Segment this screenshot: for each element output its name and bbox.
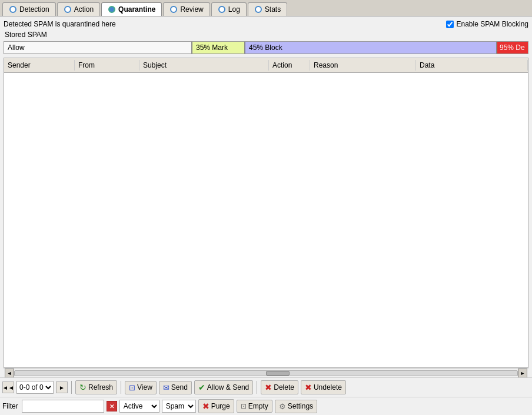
undelete-label: Undelete [314,383,342,391]
detection-tab-icon [9,5,17,14]
empty-label: Empty [248,402,268,410]
scale-mark-label: 35% Mark [196,43,228,52]
delete-label: Delete [274,383,294,391]
scale-block: 45% Block [245,42,497,53]
view-icon: ⊡ [129,383,135,392]
type-filter-dropdown[interactable]: Spam Ham All [162,400,196,413]
tab-review-label: Review [180,5,203,14]
horizontal-scrollbar[interactable]: ◄ ► [4,368,528,377]
scale-allow-label: Allow [8,43,25,52]
enable-spam-control: Enable SPAM Blocking [446,20,528,28]
send-icon: ✉ [163,383,169,392]
quarantine-tab-icon [108,5,116,14]
allow-send-label: Allow & Send [207,383,249,391]
table-body [4,73,528,367]
delete-icon: ✖ [265,383,272,392]
allow-send-button[interactable]: ✔ Allow & Send [194,380,253,394]
scale-delete-label: 95% De [500,43,525,52]
review-tab-icon [169,5,178,14]
scrollbar-thumb[interactable] [266,371,290,376]
scale-mark: 35% Mark [192,42,245,53]
tab-bar: Detection Action Quarantine Review Log S… [0,0,532,16]
tab-detection-label: Detection [19,5,49,14]
empty-button[interactable]: ⊡ Empty [237,400,272,413]
tab-log[interactable]: Log [211,2,247,16]
separator-1 [71,381,72,394]
tab-log-label: Log [228,5,240,14]
scroll-right-button[interactable]: ► [518,369,527,378]
purge-label: Purge [211,402,230,410]
tab-quarantine[interactable]: Quarantine [101,2,162,16]
nav-next-button[interactable]: ► [56,381,68,393]
filter-input[interactable] [22,400,104,413]
col-header-subject[interactable]: Subject [139,60,269,71]
scrollbar-track[interactable] [14,370,518,376]
col-header-from[interactable]: From [75,60,139,71]
tab-stats[interactable]: Stats [248,2,287,16]
enable-spam-label: Enable SPAM Blocking [456,20,528,28]
main-content: Detected SPAM is quarantined here Enable… [0,16,532,377]
settings-button[interactable]: ⚙ Settings [275,400,317,413]
log-tab-icon [218,5,226,14]
stats-tab-icon [254,5,262,14]
separator-2 [121,381,121,394]
settings-label: Settings [288,402,313,410]
refresh-button[interactable]: ↻ Refresh [75,380,117,394]
empty-icon: ⊡ [241,402,247,410]
tab-action-label: Action [74,5,94,14]
delete-button[interactable]: ✖ Delete [261,380,298,394]
scale-delete: 95% De [497,42,528,53]
tab-quarantine-label: Quarantine [118,5,155,14]
purge-icon: ✖ [202,401,210,411]
separator-3 [257,381,257,394]
tab-review[interactable]: Review [163,2,210,16]
send-button[interactable]: ✉ Send [159,381,192,394]
nav-select[interactable]: 0-0 of 0 [16,381,54,394]
stored-spam-label: Stored SPAM [4,31,528,39]
toolbar: ◄◄ 0-0 of 0 ► ↻ Refresh ⊡ View ✉ Send ✔ … [0,377,532,397]
settings-icon: ⚙ [279,402,286,411]
col-header-sender[interactable]: Sender [4,60,75,71]
purge-button[interactable]: ✖ Purge [198,399,234,413]
send-label: Send [171,383,188,391]
view-button[interactable]: ⊡ View [125,381,157,394]
col-header-action[interactable]: Action [269,60,310,71]
detected-spam-text: Detected SPAM is quarantined here [4,20,116,28]
filter-clear-button[interactable]: ✕ [107,401,117,411]
tab-stats-label: Stats [265,5,281,14]
spam-scale: Allow 35% Mark 45% Block 95% De [4,41,528,54]
table-container: Sender From Subject Action Reason Data [4,58,528,368]
tab-detection[interactable]: Detection [2,2,56,16]
info-row: Detected SPAM is quarantined here Enable… [4,20,528,28]
table-header: Sender From Subject Action Reason Data [4,58,528,73]
active-filter-dropdown[interactable]: Active Inactive All [119,400,159,413]
action-tab-icon [64,5,72,14]
filter-label: Filter [2,402,18,410]
scale-allow: Allow [4,42,192,53]
scale-block-label: 45% Block [249,43,282,52]
undelete-button[interactable]: ✖ Undelete [301,380,346,394]
allow-send-icon: ✔ [198,383,205,392]
col-header-reason[interactable]: Reason [310,60,416,71]
undelete-icon: ✖ [305,383,312,392]
nav-dropdown[interactable]: 0-0 of 0 [16,381,54,394]
view-label: View [137,383,152,391]
nav-first-button[interactable]: ◄◄ [2,381,14,393]
enable-spam-checkbox[interactable] [446,21,454,28]
refresh-label: Refresh [88,383,113,391]
col-header-data[interactable]: Data [416,60,528,71]
scroll-left-button[interactable]: ◄ [5,369,14,378]
tab-action[interactable]: Action [57,2,100,16]
refresh-icon: ↻ [79,383,87,392]
filter-row: Filter ✕ Active Inactive All Spam Ham Al… [0,397,532,415]
